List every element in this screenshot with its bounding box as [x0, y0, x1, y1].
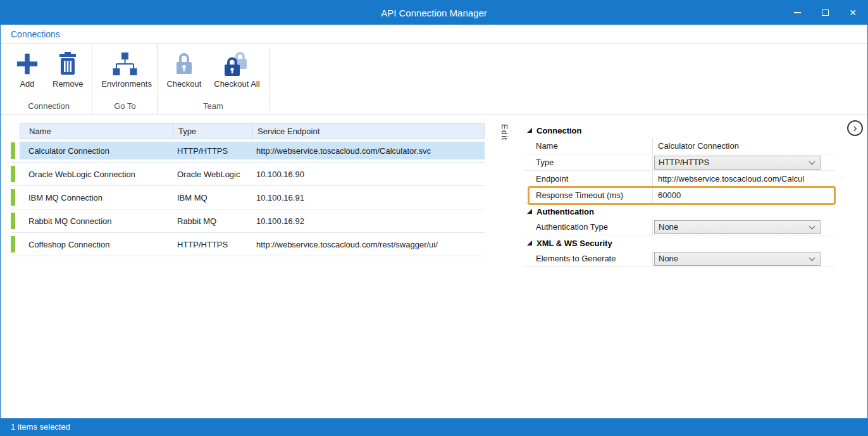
green-bar-indicator	[11, 142, 15, 159]
green-bar-indicator	[11, 166, 15, 182]
name-field[interactable]: Calculator Connection	[653, 141, 739, 151]
dropdown-value: HTTP/HTTPS	[655, 158, 810, 167]
table-row[interactable]: IBM MQ Connection IBM MQ 10.100.16.91	[11, 186, 485, 209]
checkout-all-button[interactable]: Checkout All	[209, 47, 264, 89]
cell-type: Oracle WebLogic	[172, 170, 251, 179]
dropdown-value: None	[655, 254, 810, 263]
cell-type: HTTP/HTTPS	[172, 240, 251, 249]
group-label-connection: Connection	[9, 100, 88, 115]
chevron-down-icon	[809, 254, 815, 261]
selection-count: 1 items selected	[11, 422, 70, 432]
section-header-xml-ws-security[interactable]: XML & WS Security	[524, 235, 834, 251]
cell-endpoint: 10.100.16.91	[251, 193, 485, 202]
remove-label: Remove	[53, 79, 83, 89]
environments-button[interactable]: Environments	[96, 47, 153, 89]
property-label: Type	[524, 154, 652, 170]
trash-icon	[58, 49, 78, 79]
lock-icon	[174, 49, 194, 79]
group-divider	[269, 47, 270, 111]
tab-connections[interactable]: Connections	[11, 29, 60, 39]
table-row[interactable]: Calculator Connection HTTP/HTTPS http://…	[11, 139, 485, 163]
title-bar: API Connection Manager ✕	[1, 1, 867, 25]
cell-name: IBM MQ Connection	[20, 193, 172, 202]
cell-endpoint: 10.100.16.90	[251, 170, 485, 179]
section-title: XML & WS Security	[536, 239, 612, 248]
close-icon: ✕	[849, 8, 857, 17]
property-label: Endpoint	[524, 171, 652, 187]
chevron-right-icon: ›	[853, 122, 857, 134]
edit-side-tab[interactable]: Edit	[485, 115, 524, 418]
status-bar: 1 items selected	[1, 418, 867, 435]
minimize-icon	[794, 12, 801, 13]
edit-tab-label: Edit	[500, 124, 509, 140]
property-panel: Connection Name Calculator Connection Ty…	[524, 123, 834, 418]
maximize-icon	[822, 9, 829, 16]
remove-button[interactable]: Remove	[47, 47, 88, 89]
section-title: Authentication	[536, 207, 594, 216]
minimize-button[interactable]	[788, 4, 807, 21]
cell-name: Rabbit MQ Connection	[20, 216, 172, 226]
ribbon-toolbar: Add Remo	[1, 44, 867, 115]
chevron-down-icon	[809, 158, 815, 165]
cell-name: Oracle WebLogic Connection	[20, 170, 172, 179]
cell-type: IBM MQ	[172, 193, 251, 202]
property-label: Response Timeout (ms)	[524, 187, 652, 203]
connections-table: Name Type Service Endpoint Calculator Co…	[11, 123, 485, 418]
cell-endpoint: 10.100.16.92	[251, 216, 485, 226]
expander-icon	[527, 128, 532, 133]
table-row[interactable]: Rabbit MQ Connection Rabbit MQ 10.100.16…	[11, 209, 485, 233]
maximize-button[interactable]	[815, 4, 834, 21]
close-button[interactable]: ✕	[843, 4, 862, 21]
expander-icon	[527, 209, 532, 214]
table-header: Name Type Service Endpoint	[20, 123, 485, 139]
chevron-down-icon	[809, 223, 815, 229]
group-label-team: Team	[161, 100, 264, 115]
property-row-elements-to-generate: Elements to Generate None	[524, 251, 834, 267]
group-label-goto: Go To	[96, 100, 153, 115]
property-label: Elements to Generate	[524, 251, 652, 266]
cell-endpoint: http://webservice.toscacloud.com/Calcula…	[251, 146, 485, 156]
add-button[interactable]: Add	[9, 47, 45, 89]
ribbon: Connections Add	[1, 25, 867, 115]
green-bar-indicator	[11, 213, 15, 229]
green-bar-indicator	[11, 189, 15, 206]
cell-type: Rabbit MQ	[172, 216, 251, 226]
dropdown-value: None	[655, 222, 810, 232]
property-row-type: Type HTTP/HTTPS	[524, 154, 834, 171]
endpoint-field[interactable]: http://webservice.toscacloud.com/Calcul	[653, 174, 804, 184]
checkout-label: Checkout	[166, 79, 201, 89]
flowchart-icon	[111, 49, 138, 79]
property-row-authentication-type: Authentication Type None	[524, 219, 834, 235]
section-header-connection[interactable]: Connection	[524, 123, 834, 138]
ribbon-group-connection: Add Remo	[6, 44, 92, 115]
response-timeout-field[interactable]: 60000	[653, 190, 681, 200]
double-lock-icon	[223, 49, 250, 79]
property-row-name: Name Calculator Connection	[524, 138, 834, 154]
property-row-response-timeout: Response Timeout (ms) 60000	[524, 187, 834, 204]
cell-type: HTTP/HTTPS	[172, 146, 251, 156]
elements-to-generate-dropdown[interactable]: None	[654, 252, 821, 266]
type-dropdown[interactable]: HTTP/HTTPS	[654, 156, 821, 170]
table-row[interactable]: Oracle WebLogic Connection Oracle WebLog…	[11, 163, 485, 186]
section-header-authentication[interactable]: Authentication	[524, 204, 834, 219]
property-label: Authentication Type	[524, 219, 652, 235]
ribbon-tab-strip: Connections	[1, 25, 867, 44]
green-bar-indicator	[11, 236, 15, 252]
authentication-type-dropdown[interactable]: None	[654, 220, 821, 234]
column-header-type[interactable]: Type	[173, 123, 252, 139]
checkout-button[interactable]: Checkout	[161, 47, 206, 89]
cell-name: Coffeshop Connection	[20, 240, 172, 249]
app-window: API Connection Manager ✕ Connections Add	[0, 0, 868, 436]
environments-label: Environments	[101, 79, 148, 89]
add-label: Add	[20, 79, 34, 89]
property-label: Name	[524, 138, 652, 154]
table-row[interactable]: Coffeshop Connection HTTP/HTTPS http://w…	[11, 233, 485, 256]
column-header-endpoint[interactable]: Service Endpoint	[252, 123, 484, 139]
panel-collapse-button[interactable]: ›	[847, 120, 863, 136]
expander-icon	[527, 240, 532, 246]
plus-icon	[15, 49, 39, 79]
column-header-name[interactable]: Name	[20, 123, 173, 139]
cell-endpoint: http://webservice.toscacloud.com/rest/sw…	[251, 240, 485, 249]
ribbon-group-team: Checkout	[157, 44, 268, 115]
cell-name: Calculator Connection	[20, 146, 172, 156]
